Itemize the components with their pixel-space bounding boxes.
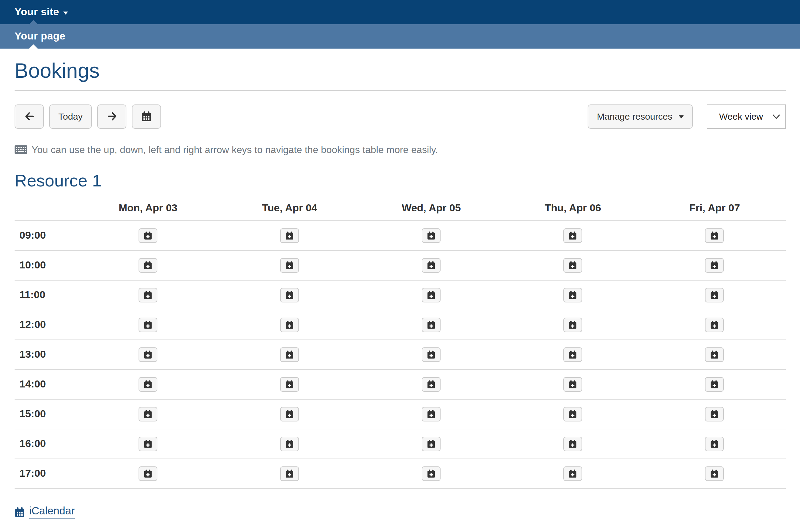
add-booking-button[interactable]	[280, 377, 299, 392]
add-booking-button[interactable]	[564, 407, 582, 422]
add-booking-button[interactable]	[138, 229, 157, 243]
page-nav-item[interactable]: Your page	[15, 30, 65, 42]
calendar-plus-icon	[569, 262, 577, 270]
slot-cell	[77, 370, 219, 400]
add-booking-button[interactable]	[422, 348, 441, 362]
add-booking-button[interactable]	[564, 229, 582, 243]
add-booking-button[interactable]	[138, 407, 157, 422]
add-booking-button[interactable]	[138, 437, 157, 452]
slot-cell	[502, 400, 644, 429]
add-booking-button[interactable]	[422, 259, 441, 273]
resource-title: Resource 1	[15, 171, 785, 191]
calendar-plus-icon	[144, 262, 152, 270]
add-booking-button[interactable]	[422, 437, 441, 452]
add-booking-button[interactable]	[280, 318, 299, 332]
view-select[interactable]: Week view	[706, 104, 785, 129]
calendar-plus-icon	[569, 470, 577, 478]
add-booking-button[interactable]	[138, 467, 157, 481]
slot-cell	[360, 251, 502, 281]
calendar-plus-icon	[711, 321, 719, 329]
page-nav-bar: Your page	[0, 24, 800, 49]
slot-cell	[77, 310, 219, 340]
manage-resources-label: Manage resources	[597, 112, 672, 121]
add-booking-button[interactable]	[280, 348, 299, 362]
calendar-plus-icon	[285, 470, 294, 478]
add-booking-button[interactable]	[564, 348, 582, 362]
calendar-plus-icon	[144, 232, 152, 240]
calendar-plus-icon	[427, 262, 435, 270]
add-booking-button[interactable]	[564, 437, 582, 452]
keyboard-hint-text: You can use the up, down, left and right…	[32, 143, 438, 156]
slot-cell	[502, 429, 644, 459]
add-booking-button[interactable]	[422, 407, 441, 422]
add-booking-button[interactable]	[705, 348, 724, 362]
add-booking-button[interactable]	[280, 288, 299, 303]
add-booking-button[interactable]	[705, 377, 724, 392]
add-booking-button[interactable]	[138, 318, 157, 332]
page-nav-label: Your page	[15, 30, 65, 42]
add-booking-button[interactable]	[422, 288, 441, 303]
time-slot-row: 14:00	[15, 370, 785, 400]
calendar-plus-icon	[427, 232, 435, 240]
slot-cell	[360, 340, 502, 370]
today-button[interactable]: Today	[49, 104, 92, 129]
time-slot-row: 13:00	[15, 340, 785, 370]
add-booking-button[interactable]	[422, 229, 441, 243]
slot-cell	[77, 281, 219, 310]
calendar-plus-icon	[427, 410, 435, 419]
slot-cell	[644, 459, 785, 489]
toolbar: Today Manage res	[15, 104, 785, 129]
add-booking-button[interactable]	[705, 467, 724, 481]
slot-cell	[219, 370, 360, 400]
add-booking-button[interactable]	[564, 318, 582, 332]
bookings-table: Mon, Apr 03Tue, Apr 04Wed, Apr 05Thu, Ap…	[15, 197, 785, 489]
calendar-plus-icon	[569, 410, 577, 419]
add-booking-button[interactable]	[138, 259, 157, 273]
add-booking-button[interactable]	[280, 437, 299, 452]
icalendar-link[interactable]: iCalendar	[15, 505, 75, 519]
slot-cell	[644, 251, 785, 281]
slot-cell	[644, 429, 785, 459]
time-label: 11:00	[15, 281, 77, 310]
add-booking-button[interactable]	[564, 259, 582, 273]
calendar-plus-icon	[711, 380, 719, 389]
add-booking-button[interactable]	[422, 467, 441, 481]
add-booking-button[interactable]	[705, 437, 724, 452]
add-booking-button[interactable]	[280, 407, 299, 422]
add-booking-button[interactable]	[705, 229, 724, 243]
add-booking-button[interactable]	[705, 288, 724, 303]
slot-cell	[502, 310, 644, 340]
add-booking-button[interactable]	[280, 229, 299, 243]
slot-cell	[502, 370, 644, 400]
time-slot-row: 10:00	[15, 251, 785, 281]
site-menu[interactable]: Your site	[15, 6, 68, 18]
calendar-plus-icon	[285, 380, 294, 389]
add-booking-button[interactable]	[280, 467, 299, 481]
add-booking-button[interactable]	[705, 318, 724, 332]
calendar-plus-icon	[711, 440, 719, 449]
slot-cell	[77, 251, 219, 281]
add-booking-button[interactable]	[564, 377, 582, 392]
slot-cell	[360, 221, 502, 251]
add-booking-button[interactable]	[280, 259, 299, 273]
add-booking-button[interactable]	[138, 288, 157, 303]
date-picker-button[interactable]	[132, 104, 161, 129]
add-booking-button[interactable]	[564, 467, 582, 481]
next-week-button[interactable]	[97, 104, 126, 129]
add-booking-button[interactable]	[705, 407, 724, 422]
current-site-indicator	[29, 20, 38, 24]
add-booking-button[interactable]	[138, 377, 157, 392]
add-booking-button[interactable]	[422, 377, 441, 392]
calendar-plus-icon	[711, 262, 719, 270]
caret-down-icon	[63, 11, 68, 14]
time-label: 10:00	[15, 251, 77, 281]
add-booking-button[interactable]	[422, 318, 441, 332]
slot-cell	[219, 400, 360, 429]
calendar-icon	[142, 111, 151, 122]
add-booking-button[interactable]	[564, 288, 582, 303]
previous-week-button[interactable]	[15, 104, 44, 129]
manage-resources-button[interactable]: Manage resources	[588, 104, 692, 129]
slot-cell	[360, 310, 502, 340]
add-booking-button[interactable]	[705, 259, 724, 273]
add-booking-button[interactable]	[138, 348, 157, 362]
